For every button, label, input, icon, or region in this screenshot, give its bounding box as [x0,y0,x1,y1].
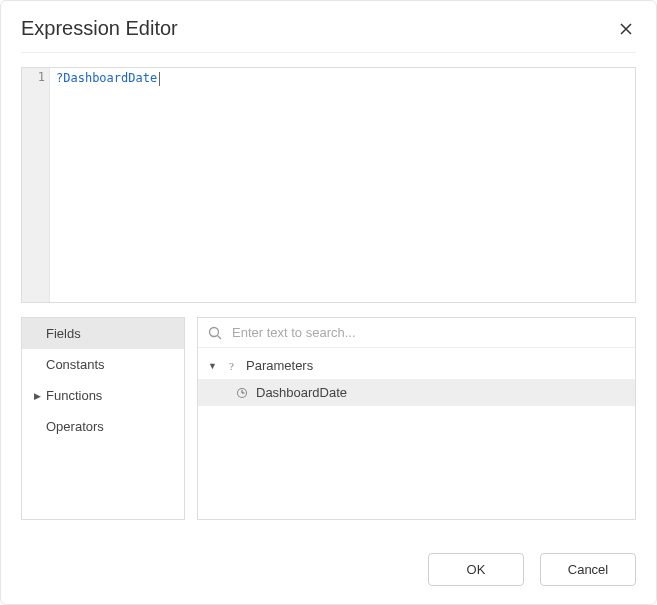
svg-point-0 [210,327,219,336]
category-fields[interactable]: Fields [22,318,184,349]
fields-panel: ▼ ? Parameters DashboardDate [197,317,636,520]
tree-item-label: DashboardDate [256,385,347,400]
expression-token: ?DashboardDate [56,71,157,85]
category-operators[interactable]: Operators [22,411,184,442]
lower-panels: Fields Constants ▶ Functions Operators [21,317,636,520]
caret-right-icon: ▶ [34,391,42,401]
cancel-button[interactable]: Cancel [540,553,636,586]
svg-line-1 [218,335,222,339]
search-row [198,318,635,348]
ok-button[interactable]: OK [428,553,524,586]
category-list: Fields Constants ▶ Functions Operators [21,317,185,520]
search-icon [208,326,222,340]
caret-down-icon: ▼ [208,361,218,371]
line-gutter: 1 [22,68,50,302]
dialog-title: Expression Editor [21,17,178,40]
category-label: Fields [46,326,81,341]
question-icon: ? [226,360,238,372]
text-cursor [159,72,160,86]
category-label: Operators [46,419,104,434]
fields-tree: ▼ ? Parameters DashboardDate [198,348,635,519]
expression-editor-dialog: Expression Editor 1 ?DashboardDate Field… [0,0,657,605]
search-input[interactable] [230,324,625,341]
code-editor[interactable]: 1 ?DashboardDate [21,67,636,303]
category-functions[interactable]: ▶ Functions [22,380,184,411]
close-icon [620,23,632,35]
line-number: 1 [22,70,45,84]
clock-icon [236,387,248,399]
close-button[interactable] [616,19,636,39]
dialog-footer: OK Cancel [21,533,636,586]
code-content[interactable]: ?DashboardDate [50,68,635,302]
tree-group-parameters[interactable]: ▼ ? Parameters [198,352,635,379]
tree-group-label: Parameters [246,358,313,373]
dialog-header: Expression Editor [21,17,636,53]
category-label: Functions [46,388,102,403]
svg-text:?: ? [229,360,234,372]
category-constants[interactable]: Constants [22,349,184,380]
tree-item-dashboarddate[interactable]: DashboardDate [198,379,635,406]
category-label: Constants [46,357,105,372]
